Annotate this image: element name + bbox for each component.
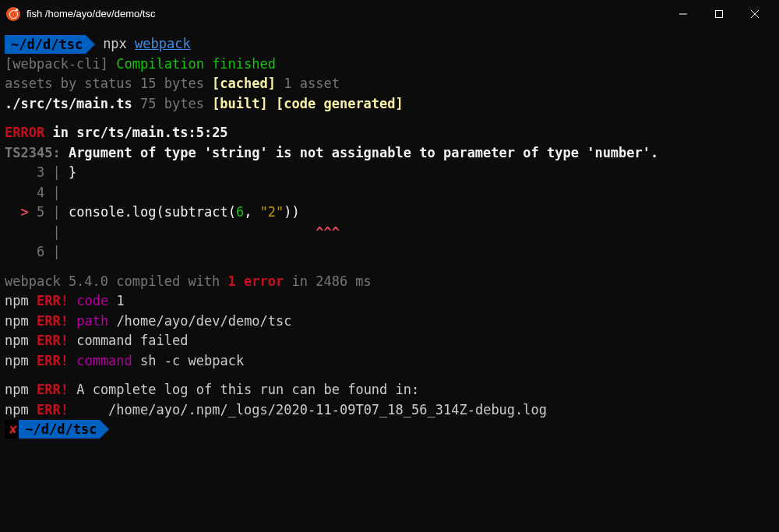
prompt-line-1: ~/d/d/tsc npx webpack xyxy=(5,34,774,55)
npm-err-log-path: npm ERR! /home/ayo/.npm/_logs/2020-11-09… xyxy=(5,400,774,421)
svg-rect-1 xyxy=(716,11,723,18)
prompt-line-2: ✘ ~/d/d/tsc xyxy=(5,420,774,439)
minimize-button[interactable] xyxy=(665,2,701,26)
assets-line: assets by status 15 bytes [cached] 1 ass… xyxy=(5,74,774,94)
prompt-cwd: ~/d/d/tsc xyxy=(19,420,100,439)
ts-error-msg: TS2345: Argument of type 'string' is not… xyxy=(5,143,774,164)
error-header: ERROR in src/ts/main.ts:5:25 xyxy=(5,123,774,143)
npm-err-cmd-failed: npm ERR! command failed xyxy=(5,331,774,351)
prompt-cwd: ~/d/d/tsc xyxy=(5,35,86,54)
npm-err-code: npm ERR! code 1 xyxy=(5,291,774,312)
maximize-button[interactable] xyxy=(701,2,737,26)
window-title: fish /home/ayo/dev/demo/tsc xyxy=(26,6,155,22)
npm-err-log-msg: npm ERR! A complete log of this run can … xyxy=(5,380,774,400)
file-line: ./src/ts/main.ts 75 bytes [built] [code … xyxy=(5,94,774,115)
close-button[interactable] xyxy=(737,2,773,26)
window-controls xyxy=(665,2,773,26)
prompt-status-error-icon: ✘ xyxy=(5,420,19,439)
npm-err-path: npm ERR! path /home/ayo/dev/demo/tsc xyxy=(5,312,774,332)
code-frame: 3 | } 4 | > 5 | console.log(subtract(6, … xyxy=(5,163,774,262)
npm-err-command: npm ERR! command sh -c webpack xyxy=(5,351,774,372)
command-entered: npx webpack xyxy=(103,34,191,55)
webpack-cli-line: [webpack-cli] Compilation finished xyxy=(5,55,774,75)
webpack-summary: webpack 5.4.0 compiled with 1 error in 2… xyxy=(5,272,774,292)
cmd-argument: webpack xyxy=(135,36,191,51)
titlebar: fish /home/ayo/dev/demo/tsc xyxy=(0,0,779,28)
cmd-binary: npx xyxy=(103,36,127,51)
terminal-body[interactable]: ~/d/d/tsc npx webpack [webpack-cli] Comp… xyxy=(0,28,779,443)
ubuntu-icon xyxy=(6,7,20,21)
